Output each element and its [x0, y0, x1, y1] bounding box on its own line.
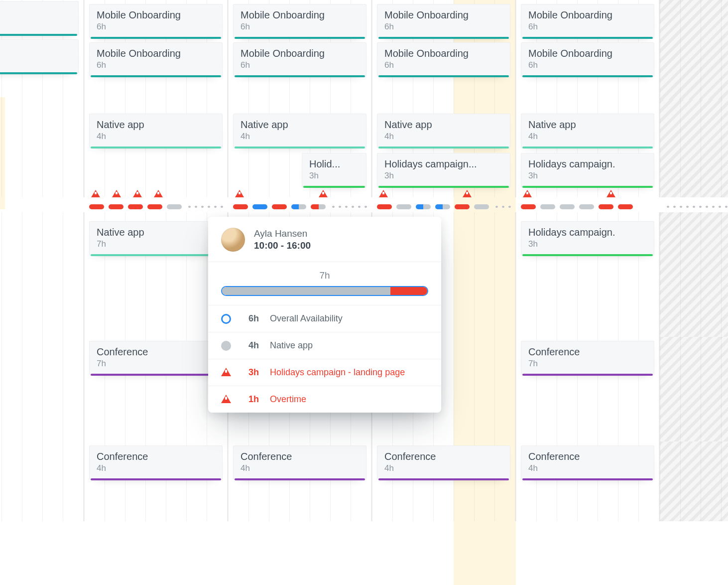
workload-pill: [579, 204, 594, 209]
schedule-grid[interactable]: oarding oarding Mobile Onboarding 6h Mob…: [0, 0, 728, 585]
dot-icon: [221, 341, 231, 351]
task-card[interactable]: Conference 4h: [89, 445, 223, 480]
task-card[interactable]: oarding: [0, 1, 79, 35]
task-card[interactable]: Native app 7h: [89, 221, 223, 256]
workload-pill: [291, 204, 306, 209]
task-hours: 4h: [528, 132, 647, 142]
task-card[interactable]: Conference 4h: [377, 445, 510, 480]
task-title: Mobile Onboarding: [528, 9, 647, 21]
workload-pill: [272, 204, 287, 209]
day-col: Mobile Onboarding 6h Mobile Onboarding 6…: [372, 0, 516, 100]
task-hours: 6h: [97, 60, 215, 70]
popover-row-hours: 1h: [242, 394, 259, 405]
avatar: [221, 228, 245, 252]
task-title: Holidays campaign.: [528, 227, 647, 238]
lane-conference4: Conference 4h Conference 4h Conference 4…: [0, 441, 728, 521]
task-title: Conference: [528, 346, 647, 358]
task-title: Native app: [241, 119, 359, 131]
task-title: Native app: [384, 119, 503, 131]
task-card[interactable]: Mobile Onboarding 6h: [377, 4, 510, 38]
task-title: Mobile Onboarding: [384, 9, 503, 21]
lane-mobile-onboarding: oarding oarding Mobile Onboarding 6h Mob…: [0, 0, 728, 100]
popover-row-label: Holidays campaign - landing page: [270, 367, 405, 378]
task-card[interactable]: Conference 7h: [89, 341, 223, 375]
workload-pill: [618, 204, 633, 209]
popover-row-native-app[interactable]: 4h Native app: [208, 332, 441, 359]
workload-pill: [233, 204, 248, 209]
popover-row-label: Native app: [270, 340, 313, 351]
task-title: Mobile Onboarding: [97, 9, 215, 21]
task-title: Conference: [528, 451, 647, 462]
popover-row-availability[interactable]: 6h Overall Availability: [208, 305, 441, 332]
task-title: Mobile Onboarding: [528, 48, 647, 59]
day-col: [0, 212, 84, 337]
day-col: Conference 4h: [228, 441, 372, 521]
availability-popover[interactable]: Ayla Hansen 10:00 - 16:00 7h 6h Overall …: [208, 217, 441, 413]
task-hours: 4h: [384, 132, 503, 142]
day-col: Conference 4h: [516, 441, 660, 521]
task-title: oarding: [0, 45, 71, 56]
popover-row-overtime[interactable]: 1h Overtime: [208, 386, 441, 413]
day-col: Holidays campaign. 3h: [516, 212, 660, 337]
task-card[interactable]: Conference 7h: [521, 341, 654, 375]
workload-pill: [521, 204, 536, 209]
day-col: Conference 7h: [84, 337, 228, 441]
popover-total-hours: 7h: [208, 262, 441, 286]
task-card[interactable]: Native app 4h: [521, 114, 654, 148]
task-card[interactable]: Mobile Onboarding 6h: [89, 4, 223, 38]
task-card[interactable]: Holid... 3h: [302, 153, 366, 187]
popover-user-name: Ayla Hansen: [254, 228, 311, 239]
task-card[interactable]: Mobile Onboarding 6h: [521, 4, 654, 38]
workload-pill: [540, 204, 555, 209]
task-hours: 6h: [528, 60, 647, 70]
task-title: Mobile Onboarding: [97, 48, 215, 59]
task-title: Conference: [241, 451, 359, 462]
task-card[interactable]: Mobile Onboarding 6h: [377, 42, 510, 77]
task-card[interactable]: Native app 4h: [89, 114, 223, 148]
day-col: Native app 4h Holid... 3h: [228, 100, 372, 197]
popover-row-holidays[interactable]: 3h Holidays campaign - landing page: [208, 359, 441, 386]
task-hours: 4h: [528, 463, 647, 473]
day-col: Conference 7h: [516, 337, 660, 441]
task-hours: 7h: [97, 359, 215, 369]
task-hours: 6h: [528, 22, 647, 32]
task-card[interactable]: Native app 4h: [233, 114, 366, 148]
task-hours: 4h: [384, 463, 503, 473]
workload-dots: [665, 204, 728, 209]
day-col-off: [660, 0, 728, 100]
workload-pill: [252, 204, 267, 209]
task-hours: 6h: [241, 60, 359, 70]
task-title: Holidays campaign.: [528, 158, 647, 170]
day-col-off: [660, 100, 728, 197]
task-title: oarding: [0, 6, 71, 18]
task-hours: 4h: [97, 463, 215, 473]
task-title: Conference: [97, 346, 215, 358]
popover-row-hours: 4h: [242, 340, 259, 351]
task-title: Native app: [97, 119, 215, 131]
task-card[interactable]: Holidays campaign. 3h: [521, 221, 654, 256]
task-card[interactable]: Conference 4h: [233, 445, 366, 480]
workload-pill: [560, 204, 575, 209]
task-title: Mobile Onboarding: [241, 9, 359, 21]
popover-row-label: Overall Availability: [270, 313, 343, 324]
day-col: Mobile Onboarding 6h Mobile Onboarding 6…: [84, 0, 228, 100]
task-card[interactable]: Mobile Onboarding 6h: [233, 42, 366, 77]
workload-pill: [311, 204, 326, 209]
day-col: Native app 7h: [84, 212, 228, 337]
day-col: Conference 4h: [372, 441, 516, 521]
task-hours: 6h: [241, 22, 359, 32]
workload-pill: [109, 204, 123, 209]
task-card[interactable]: Holidays campaign... 3h: [377, 153, 510, 187]
workload-pill: [147, 204, 162, 209]
task-card[interactable]: Mobile Onboarding 6h: [89, 42, 223, 77]
task-card[interactable]: Holidays campaign. 3h: [521, 153, 654, 187]
task-card[interactable]: Conference 4h: [521, 445, 654, 480]
task-card[interactable]: oarding: [0, 39, 79, 74]
task-hours: 3h: [528, 171, 647, 181]
workload-pill: [377, 204, 392, 209]
day-col-off: [660, 212, 728, 337]
task-hours: 4h: [241, 463, 359, 473]
task-card[interactable]: Native app 4h: [377, 114, 510, 148]
task-card[interactable]: Mobile Onboarding 6h: [521, 42, 654, 77]
task-card[interactable]: Mobile Onboarding 6h: [233, 4, 366, 38]
